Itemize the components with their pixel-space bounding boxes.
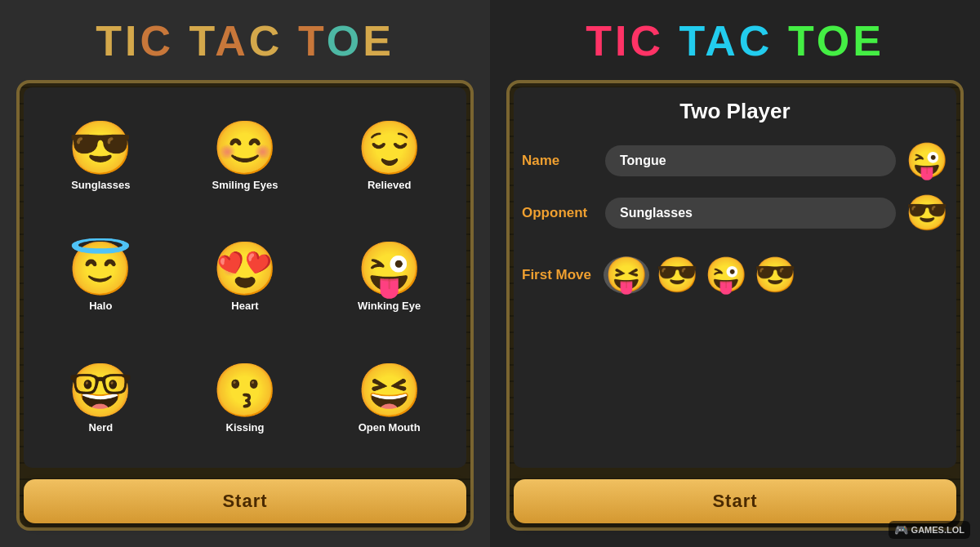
halo-label: Halo xyxy=(89,300,112,312)
open-mouth-face: 😆 xyxy=(357,364,422,416)
right-panel: TIC TAC TOE Two Player Name 😜 Opponent 😎… xyxy=(490,0,980,547)
left-panel: TIC TAC TOE 😎 Sunglasses 😊 Smiling Eyes … xyxy=(0,0,490,547)
right-start-button[interactable]: Start xyxy=(514,479,956,523)
opponent-emoji: 😎 xyxy=(906,196,948,230)
first-move-emoji-3[interactable]: 😜 xyxy=(705,258,747,292)
heart-face: 😍 xyxy=(212,242,278,295)
games-lol-text: GAMES.LOL xyxy=(911,525,964,535)
kissing-face: 😗 xyxy=(212,364,278,416)
left-start-button[interactable]: Start xyxy=(24,479,466,523)
emoji-smiling-eyes[interactable]: 😊 Smiling Eyes xyxy=(176,99,314,214)
opponent-label: Opponent xyxy=(522,205,595,221)
emoji-halo[interactable]: 😇 Halo xyxy=(32,220,170,336)
sunglasses-face: 😎 xyxy=(68,122,133,174)
heart-label: Heart xyxy=(231,300,258,312)
left-title: TIC TAC TOE xyxy=(96,16,394,65)
emoji-heart[interactable]: 😍 Heart xyxy=(176,220,314,336)
emoji-sunglasses[interactable]: 😎 Sunglasses xyxy=(32,99,170,214)
name-emoji: 😜 xyxy=(906,144,948,178)
first-move-emoji-1[interactable]: 😝 xyxy=(604,256,649,294)
nerd-label: Nerd xyxy=(89,421,114,434)
first-move-row: First Move 😝 😎 😜 😎 xyxy=(522,256,948,294)
open-mouth-label: Open Mouth xyxy=(359,421,421,434)
sunglasses-label: Sunglasses xyxy=(71,179,130,191)
relieved-label: Relieved xyxy=(368,179,411,191)
kissing-label: Kissing xyxy=(226,421,265,434)
left-card: 😎 Sunglasses 😊 Smiling Eyes 😌 Relieved 😇… xyxy=(16,80,474,531)
emoji-relieved[interactable]: 😌 Relieved xyxy=(320,99,458,214)
emoji-winking-eye[interactable]: 😜 Winking Eye xyxy=(320,220,458,336)
first-move-emoji-2[interactable]: 😎 xyxy=(656,258,698,292)
right-card-inner: Two Player Name 😜 Opponent 😎 First Move … xyxy=(514,87,956,468)
name-label: Name xyxy=(522,153,595,169)
first-move-emojis: 😝 😎 😜 😎 xyxy=(604,256,796,294)
left-card-inner: 😎 Sunglasses 😊 Smiling Eyes 😌 Relieved 😇… xyxy=(24,87,466,468)
emoji-grid: 😎 Sunglasses 😊 Smiling Eyes 😌 Relieved 😇… xyxy=(32,99,458,456)
emoji-nerd[interactable]: 🤓 Nerd xyxy=(32,341,170,456)
relieved-face: 😌 xyxy=(357,122,422,174)
smiling-eyes-face: 😊 xyxy=(212,122,278,174)
opponent-row: Opponent 😎 xyxy=(522,196,948,230)
games-lol-watermark: 🎮 GAMES.LOL xyxy=(889,521,970,539)
right-card: Two Player Name 😜 Opponent 😎 First Move … xyxy=(506,80,964,531)
opponent-input[interactable] xyxy=(605,198,896,229)
nerd-face: 🤓 xyxy=(68,364,133,416)
winking-eye-label: Winking Eye xyxy=(358,300,421,312)
games-lol-icon: 🎮 xyxy=(894,523,908,536)
right-title: TIC TAC TOE xyxy=(586,16,884,65)
two-player-title: Two Player xyxy=(522,99,948,124)
halo-face: 😇 xyxy=(68,242,133,295)
emoji-kissing[interactable]: 😗 Kissing xyxy=(176,341,314,456)
smiling-eyes-label: Smiling Eyes xyxy=(212,179,278,191)
winking-eye-face: 😜 xyxy=(357,242,422,295)
first-move-label: First Move xyxy=(522,267,595,283)
first-move-emoji-4[interactable]: 😎 xyxy=(754,258,796,292)
name-row: Name 😜 xyxy=(522,144,948,178)
name-input[interactable] xyxy=(605,145,896,176)
emoji-open-mouth[interactable]: 😆 Open Mouth xyxy=(320,341,458,456)
